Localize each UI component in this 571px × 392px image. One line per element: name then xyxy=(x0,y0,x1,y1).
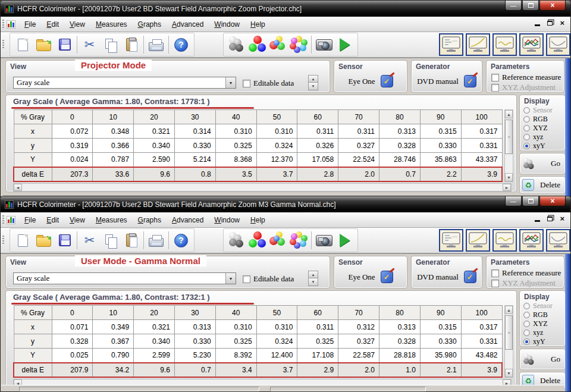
menu-item-help[interactable]: Help xyxy=(245,18,271,30)
vertical-scroll-thumb[interactable]: ≡ xyxy=(505,315,513,350)
scroll-right-icon[interactable]: ► xyxy=(503,184,511,191)
menu-item-window[interactable]: Window xyxy=(209,18,245,30)
gamma-view-button[interactable] xyxy=(466,33,490,56)
measure-secondaries-button[interactable] xyxy=(268,230,288,251)
close-button[interactable]: × xyxy=(539,1,566,11)
save-file-button[interactable] xyxy=(54,230,75,251)
chevron-down-icon[interactable]: ▼ xyxy=(225,273,236,284)
close-button[interactable]: × xyxy=(539,196,566,206)
table-vertical-scrollbar[interactable]: ▲ ≡ ▼ xyxy=(504,305,513,378)
editable-data-checkbox[interactable] xyxy=(243,275,250,283)
open-file-button[interactable] xyxy=(33,230,54,251)
view-dropdown[interactable]: Gray scale ▼ xyxy=(13,272,236,284)
menu-item-file[interactable]: File xyxy=(19,18,41,30)
display-radio-xyz[interactable]: xyz xyxy=(523,133,553,142)
toolbar-grip[interactable] xyxy=(2,20,4,29)
measure-colors-button[interactable] xyxy=(288,34,309,55)
radio-icon[interactable] xyxy=(523,125,530,131)
title-bar[interactable]: HCFR Colorimeter - [20091207b User2 BD S… xyxy=(1,1,570,17)
scroll-up-icon[interactable]: ▲ xyxy=(505,110,513,118)
radio-icon[interactable] xyxy=(523,116,530,123)
mdi-close-button[interactable]: × xyxy=(560,216,564,222)
scroll-down-icon[interactable]: ▼ xyxy=(505,173,513,181)
snapshot-button[interactable] xyxy=(313,34,334,55)
spinner-up-icon[interactable]: ▲ xyxy=(309,76,318,83)
run-measures-button[interactable] xyxy=(334,34,355,55)
menu-item-advanced[interactable]: Advanced xyxy=(167,18,209,30)
display-radio-XYZ[interactable]: XYZ xyxy=(523,319,553,328)
new-file-button[interactable] xyxy=(12,34,33,55)
view-dropdown[interactable]: Gray scale ▼ xyxy=(13,77,236,89)
mdi-minimize-button[interactable] xyxy=(535,220,540,222)
mdi-restore-button[interactable] xyxy=(547,21,553,26)
luminance-view-button[interactable] xyxy=(492,229,517,252)
reference-measure-checkbox[interactable] xyxy=(491,269,499,277)
radio-icon[interactable] xyxy=(523,330,530,336)
mdi-restore-button[interactable] xyxy=(547,217,553,221)
menu-item-graphs[interactable]: Graphs xyxy=(133,214,167,226)
maximize-button[interactable] xyxy=(522,196,539,206)
measure-grayscale-button[interactable] xyxy=(226,34,247,55)
menu-item-window[interactable]: Window xyxy=(209,214,245,226)
spinner-up-icon[interactable]: ▲ xyxy=(309,271,318,278)
menu-item-edit[interactable]: Edit xyxy=(41,18,64,30)
rgb-levels-view-button[interactable] xyxy=(519,229,544,252)
display-radio-xyY[interactable]: xyY xyxy=(523,142,553,150)
snapshot-button[interactable] xyxy=(313,230,334,251)
minimize-button[interactable]: — xyxy=(505,196,522,206)
open-file-button[interactable] xyxy=(33,34,54,55)
scroll-up-icon[interactable]: ▲ xyxy=(505,306,513,314)
display-radio-XYZ[interactable]: XYZ xyxy=(523,124,553,133)
sensor-config-button[interactable]: ✓ xyxy=(381,271,393,283)
delta-view-button[interactable] xyxy=(546,33,570,56)
delta-view-button[interactable] xyxy=(546,229,570,252)
help-button[interactable]: ? xyxy=(171,34,192,55)
toolbar-grip[interactable] xyxy=(2,40,4,49)
values-view-button[interactable] xyxy=(439,229,463,252)
spinner-down-icon[interactable]: ▼ xyxy=(309,83,318,90)
toolbar-grip[interactable] xyxy=(2,236,4,245)
luminance-view-button[interactable] xyxy=(492,33,517,56)
display-radio-RGB[interactable]: RGB xyxy=(523,115,553,124)
scroll-down-icon[interactable]: ▼ xyxy=(505,369,513,377)
radio-icon[interactable] xyxy=(523,321,530,327)
sensor-config-button[interactable]: ✓ xyxy=(381,75,393,87)
rgb-levels-view-button[interactable] xyxy=(519,33,544,56)
editable-data-checkbox[interactable] xyxy=(243,80,250,87)
mdi-close-button[interactable]: × xyxy=(560,20,564,26)
measure-primaries-button[interactable] xyxy=(247,230,268,251)
view-spinner[interactable]: ▲▼ xyxy=(308,271,318,286)
menu-item-measures[interactable]: Measures xyxy=(90,214,133,226)
measure-grayscale-button[interactable] xyxy=(226,230,247,251)
gamma-view-button[interactable] xyxy=(466,229,490,252)
menu-item-view[interactable]: View xyxy=(64,214,90,226)
measure-secondaries-button[interactable] xyxy=(268,34,288,55)
delete-button[interactable]: ♻ Delete xyxy=(520,177,565,193)
menu-item-graphs[interactable]: Graphs xyxy=(133,18,167,30)
copy-button[interactable] xyxy=(100,34,121,55)
measure-colors-button[interactable] xyxy=(288,230,309,251)
menu-item-file[interactable]: File xyxy=(19,214,41,226)
radio-icon[interactable] xyxy=(523,338,530,345)
spinner-down-icon[interactable]: ▼ xyxy=(309,278,318,286)
paste-button[interactable] xyxy=(121,230,142,251)
values-view-button[interactable] xyxy=(439,33,463,56)
display-radio-RGB[interactable]: RGB xyxy=(523,311,553,319)
new-file-button[interactable] xyxy=(12,230,33,251)
paste-button[interactable] xyxy=(121,34,142,55)
menu-item-help[interactable]: Help xyxy=(245,214,271,226)
copy-button[interactable] xyxy=(100,230,121,251)
menu-item-view[interactable]: View xyxy=(64,18,90,30)
print-button[interactable] xyxy=(146,230,167,251)
table-vertical-scrollbar[interactable]: ▲ ≡ ▼ xyxy=(504,109,513,182)
generator-config-button[interactable]: ✓ xyxy=(464,75,476,87)
radio-icon[interactable] xyxy=(523,143,530,149)
scroll-left-icon[interactable]: ◄ xyxy=(14,184,22,191)
help-button[interactable]: ? xyxy=(171,230,192,251)
toolbar-grip[interactable] xyxy=(2,215,4,225)
mdi-minimize-button[interactable] xyxy=(535,24,540,26)
display-radio-xyz[interactable]: xyz xyxy=(523,328,553,337)
cut-button[interactable]: ✂ xyxy=(79,34,100,55)
save-file-button[interactable] xyxy=(54,34,75,55)
menu-item-edit[interactable]: Edit xyxy=(41,214,64,226)
